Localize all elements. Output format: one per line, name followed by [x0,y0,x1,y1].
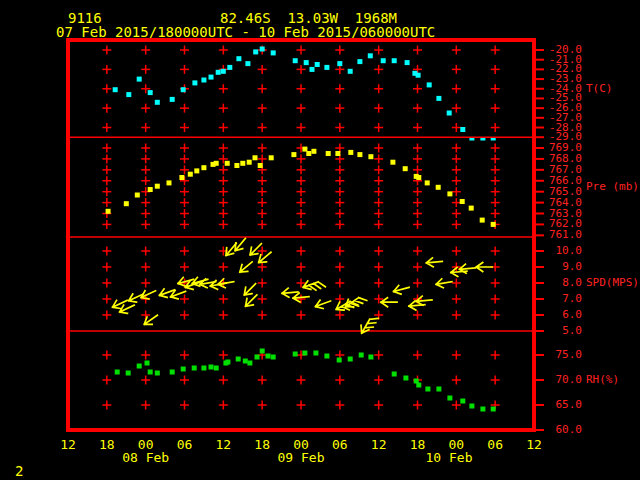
data-point-rh [247,361,252,366]
x-tick-label: 12 [215,439,231,450]
y-tick-label-wind: 8.0 [522,277,582,288]
data-point-temperature [447,111,452,116]
data-point-pressure [135,193,140,198]
data-point-temperature [209,75,214,80]
wind-arrow [426,257,443,267]
data-point-temperature [245,61,250,66]
data-point-pressure [311,149,316,154]
data-point-pressure [302,147,307,152]
data-point-pressure [179,175,184,180]
data-point-pressure [390,160,395,165]
data-point-temperature [126,92,131,97]
data-point-rh [181,367,186,372]
data-point-rh [416,383,421,388]
data-point-pressure [234,163,239,168]
wind-arrow [191,275,209,288]
data-point-rh [126,371,131,376]
data-point-pressure [403,166,408,171]
data-point-pressure [124,201,129,206]
data-point-rh [425,387,430,392]
data-point-rh [225,360,230,365]
x-tick-label: 00 [293,439,309,450]
y-tick-label-rh: 65.0 [522,399,582,410]
data-point-rh [337,358,342,363]
wind-arrow [142,312,160,329]
data-point-pressure [258,163,263,168]
data-point-temperature [304,60,309,65]
data-point-rh [368,355,373,360]
x-date-label: 09 Feb [278,452,325,463]
data-point-pressure [447,191,452,196]
data-point-rh [271,355,276,360]
data-point-temperature [348,69,353,74]
data-point-rh [392,372,397,377]
data-point-rh [201,366,206,371]
y-tick-label-pressure: 764.0 [522,197,582,208]
page-number: 2 [15,465,23,477]
x-tick-label: 06 [487,439,503,450]
data-point-temperature [170,97,175,102]
data-point-pressure [306,151,311,156]
data-point-temperature [181,87,186,92]
wind-arrow [435,277,452,289]
wind-arrow [314,297,332,311]
data-point-rh [266,354,271,359]
data-point-temperature [324,65,329,70]
data-point-rh [260,349,265,354]
data-point-pressure [188,172,193,177]
x-tick-label: 12 [371,439,387,450]
data-point-pressure [291,152,296,157]
data-point-temperature [469,138,474,141]
data-point-temperature [310,67,315,72]
data-point-pressure [167,180,172,185]
data-point-rh [302,351,307,356]
data-point-pressure [225,161,230,166]
data-point-temperature [221,69,226,74]
data-point-pressure [269,155,274,160]
data-point-temperature [192,80,197,85]
x-date-label: 10 Feb [426,452,473,463]
data-point-temperature [155,100,160,105]
x-tick-label: 06 [332,439,348,450]
unit-label-wind: SPD(MPS) [586,277,639,288]
wind-arrow [476,263,492,272]
aws-timeseries-screen: 9116 82.46S 13.03W 1968M 07 Feb 2015/180… [0,0,640,480]
data-point-temperature [271,50,276,55]
data-point-rh [324,354,329,359]
data-point-pressure [326,151,331,156]
data-point-pressure [416,175,421,180]
data-point-rh [137,364,142,369]
wind-arrow [237,258,255,275]
x-tick-label: 00 [448,439,464,450]
data-point-rh [447,396,452,401]
data-point-pressure [469,206,474,211]
data-point-rh [155,371,160,376]
data-point-rh [460,399,465,404]
x-tick-label: 12 [526,439,542,450]
data-point-rh [255,355,260,360]
x-tick-label: 00 [138,439,154,450]
y-tick-label-rh: 60.0 [522,424,582,435]
data-point-temperature [368,53,373,58]
data-point-temperature [148,90,153,95]
data-point-temperature [357,59,362,64]
data-point-rh [148,370,153,375]
wind-arrow [217,277,234,289]
y-tick-label-pressure: 761.0 [522,229,582,240]
data-point-rh [469,404,474,409]
y-tick-label-rh: 75.0 [522,349,582,360]
data-point-temperature [137,77,142,82]
unit-label-pressure: Pre (mb) [586,181,639,192]
data-point-rh [243,359,248,364]
data-point-temperature [260,47,265,52]
data-point-pressure [436,185,441,190]
x-tick-label: 12 [60,439,76,450]
data-point-temperature [227,65,232,70]
data-point-pressure [155,184,160,189]
data-point-temperature [381,58,386,63]
data-point-temperature [480,138,485,141]
data-point-pressure [460,199,465,204]
data-point-pressure [214,161,219,166]
wind-arrow [381,298,397,307]
y-tick-label-wind: 5.0 [522,325,582,336]
